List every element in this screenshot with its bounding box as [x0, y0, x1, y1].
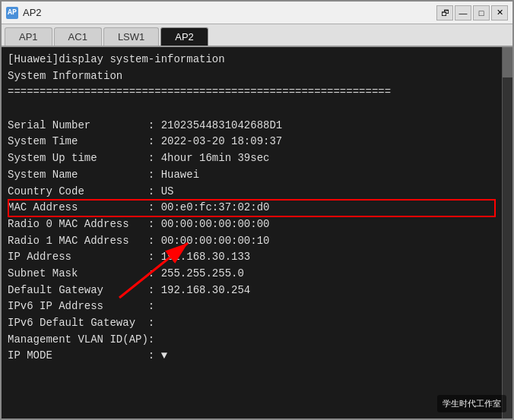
line-radio0: Radio 0 MAC Address : 00:00:00:00:00:00 — [8, 216, 506, 233]
line-ipv6gw: IPv6 Default Gateway : — [8, 315, 506, 332]
line-separator: ========================================… — [8, 84, 506, 101]
line-mac-wrapper: MAC Address : 00:e0:fc:37:02:d0 — [8, 200, 506, 216]
tab-lsw1[interactable]: LSW1 — [103, 27, 159, 46]
line-country: Country Code : US — [8, 184, 506, 201]
main-window: AP AP2 🗗 — □ ✕ AP1 AC1 LSW1 AP2 [Huawei]… — [0, 0, 514, 420]
title-bar: AP AP2 🗗 — □ ✕ — [2, 2, 512, 24]
tab-ap2[interactable]: AP2 — [160, 27, 208, 46]
tab-ap1[interactable]: AP1 — [5, 27, 52, 46]
line-ipmode: IP MODE : ▼ — [8, 348, 506, 365]
line-serial: Serial Number : 21023544831042688D1 — [8, 118, 506, 134]
line-title: System Information — [8, 68, 506, 85]
line-subnet: Subnet Mask : 255.255.255.0 — [8, 266, 506, 283]
scroll-thumb[interactable] — [503, 47, 512, 77]
line-uptime: System Up time : 4hour 16min 39sec — [8, 150, 506, 167]
line-radio1: Radio 1 MAC Address : 00:00:00:00:00:10 — [8, 233, 506, 250]
close-button[interactable]: ✕ — [491, 5, 508, 21]
watermark: 学生时代工作室 — [437, 395, 506, 412]
line-blank1 — [8, 101, 506, 118]
restore-button[interactable]: 🗗 — [436, 5, 453, 21]
tab-ac1[interactable]: AC1 — [54, 27, 102, 46]
line-mac: MAC Address : 00:e0:fc:37:02:d0 — [8, 200, 506, 216]
tab-bar: AP1 AC1 LSW1 AP2 — [2, 24, 512, 47]
scroll-bar[interactable] — [502, 47, 512, 418]
line-time: System Time : 2022-03-20 18:09:37 — [8, 134, 506, 150]
line-gateway: Default Gateway : 192.168.30.254 — [8, 283, 506, 299]
window-title: AP2 — [23, 7, 42, 18]
line-ip: IP Address : 192.168.30.133 — [8, 249, 506, 266]
terminal-area: [Huawei]display system-information Syste… — [2, 47, 512, 418]
maximize-button[interactable]: □ — [473, 5, 490, 21]
minimize-button[interactable]: — — [455, 5, 471, 21]
line-command: [Huawei]display system-information — [8, 52, 506, 68]
line-vlan: Management VLAN ID(AP): — [8, 332, 506, 349]
title-bar-left: AP AP2 — [6, 7, 42, 19]
window-controls[interactable]: 🗗 — □ ✕ — [436, 5, 508, 21]
window-icon: AP — [6, 7, 18, 19]
line-sysname: System Name : Huawei — [8, 167, 506, 184]
line-ipv6: IPv6 IP Address : — [8, 298, 506, 315]
